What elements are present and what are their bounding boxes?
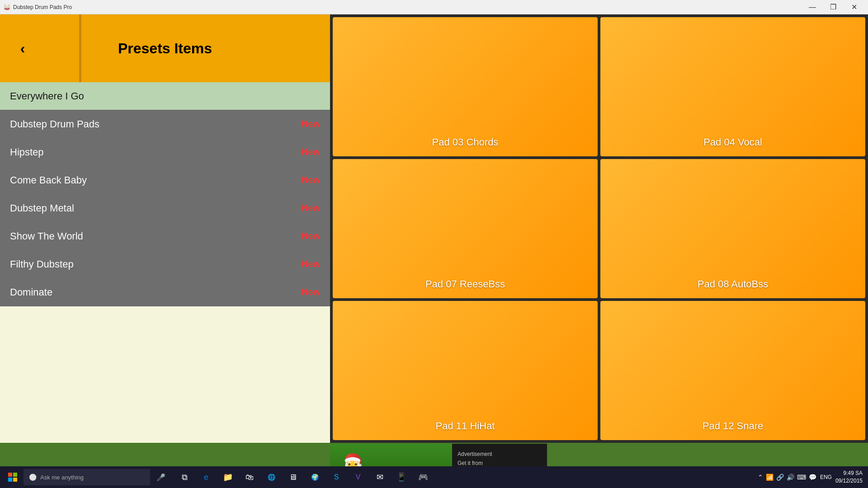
app-title: Dubstep Drum Pads Pro — [13, 4, 72, 10]
left-panel: ‹ Presets Items Everywhere I GoDubstep D… — [0, 14, 330, 443]
back-button[interactable]: ‹ — [9, 35, 36, 62]
app-icon: 🥁 — [4, 4, 10, 10]
minimize-button[interactable]: — — [802, 0, 823, 14]
chrome-icon[interactable]: 🌐 — [260, 466, 282, 488]
preset-item[interactable]: Dubstep MetalNew — [0, 194, 330, 222]
start-button[interactable] — [2, 466, 24, 488]
preset-item[interactable]: Everywhere I Go — [0, 82, 330, 110]
pad-label: Pad 07 ReeseBss — [425, 278, 505, 290]
monitor-icon[interactable]: 🖥 — [282, 466, 304, 488]
pad-label: Pad 11 HiHat — [436, 420, 495, 432]
store-icon[interactable]: 🛍 — [239, 466, 260, 488]
sys-icons: ⌃ 📶 🔗 🔊 ⌨ 💬 — [758, 474, 816, 481]
preset-name: Filthy Dubstep — [10, 258, 74, 270]
preset-item[interactable]: HipstepNew — [0, 138, 330, 166]
phone-icon[interactable]: 📱 — [391, 466, 412, 488]
preset-badge: New — [302, 119, 320, 129]
skype-icon[interactable]: S — [326, 466, 347, 488]
preset-list: Everywhere I GoDubstep Drum PadsNewHipst… — [0, 82, 330, 443]
preset-name: Come Back Baby — [10, 174, 87, 186]
preset-badge: New — [302, 175, 320, 185]
header-separator — [79, 14, 81, 82]
title-bar-controls: — ❐ ✕ — [802, 0, 864, 14]
pad-button[interactable]: Pad 04 Vocal — [600, 17, 865, 156]
presets-title: Presets Items — [0, 40, 330, 57]
taskbar-clock: 9:49 SA 09/12/2015 — [835, 469, 863, 485]
volume-icon[interactable]: 🔊 — [787, 474, 794, 481]
title-bar: 🥁 Dubstep Drum Pads Pro — ❐ ✕ — [0, 0, 868, 14]
taskbar-apps: ⧉ e 📁 🛍 🌐 🖥 🌍 S V ✉ 📱 🎮 — [174, 466, 434, 488]
preset-name: Dominate — [10, 286, 52, 298]
taskbar-right: ⌃ 📶 🔗 🔊 ⌨ 💬 ENG 9:49 SA 09/12/2015 — [758, 469, 866, 485]
preset-name: Dubstep Metal — [10, 202, 74, 214]
pad-button[interactable]: Pad 12 Snare — [600, 301, 865, 440]
pad-label: Pad 03 Chords — [432, 136, 499, 148]
preset-item[interactable]: Filthy DubstepNew — [0, 250, 330, 278]
search-box[interactable]: ⚪ Ask me anything — [24, 469, 150, 485]
mail-icon[interactable]: ✉ — [369, 466, 391, 488]
pads-grid: Pad 03 ChordsPad 04 VocalPad 07 ReeseBss… — [330, 14, 868, 443]
ad-label: Advertisement — [458, 451, 492, 457]
preset-badge: New — [302, 231, 320, 241]
preset-badge: New — [302, 287, 320, 297]
network-icon[interactable]: 🔗 — [776, 474, 784, 481]
clock-date: 09/12/2015 — [835, 477, 863, 485]
pad-button[interactable]: Pad 08 AutoBss — [600, 159, 865, 298]
preset-item[interactable]: DominateNew — [0, 278, 330, 306]
edge-icon[interactable]: e — [195, 466, 217, 488]
pad-button[interactable]: Pad 07 ReeseBss — [333, 159, 598, 298]
chevron-up-icon[interactable]: ⌃ — [758, 474, 763, 481]
header: ‹ Presets Items — [0, 14, 330, 82]
svg-rect-1 — [13, 473, 17, 477]
svg-rect-0 — [8, 473, 12, 477]
preset-name: Everywhere I Go — [10, 90, 84, 102]
close-button[interactable]: ✕ — [844, 0, 864, 14]
pad-label: Pad 08 AutoBss — [698, 278, 769, 290]
wifi-icon[interactable]: 📶 — [766, 474, 774, 481]
file-explorer-icon[interactable]: 📁 — [217, 466, 239, 488]
app-icon[interactable]: 🎮 — [412, 466, 434, 488]
taskbar-lang: ENG — [820, 474, 832, 480]
preset-item[interactable]: Dubstep Drum PadsNew — [0, 110, 330, 138]
title-bar-left: 🥁 Dubstep Drum Pads Pro — [4, 4, 72, 10]
vs-icon[interactable]: V — [347, 466, 369, 488]
keyboard-icon[interactable]: ⌨ — [797, 474, 806, 481]
preset-badge: New — [302, 147, 320, 157]
mic-button[interactable]: 🎤 — [150, 466, 172, 488]
preset-name: Show The World — [10, 230, 83, 242]
preset-name: Dubstep Drum Pads — [10, 118, 99, 130]
search-placeholder: Ask me anything — [40, 474, 84, 481]
app-container: ‹ Presets Items Everywhere I GoDubstep D… — [0, 14, 868, 488]
notification-icon[interactable]: 💬 — [809, 474, 816, 481]
taskbar: ⚪ Ask me anything 🎤 ⧉ e 📁 🛍 🌐 🖥 🌍 S V ✉ … — [0, 466, 868, 488]
preset-badge: New — [302, 203, 320, 213]
browser2-icon[interactable]: 🌍 — [304, 466, 326, 488]
pad-button[interactable]: Pad 11 HiHat — [333, 301, 598, 440]
pad-label: Pad 04 Vocal — [703, 136, 762, 148]
preset-item[interactable]: Show The WorldNew — [0, 222, 330, 250]
maximize-button[interactable]: ❐ — [823, 0, 844, 14]
main-area: ‹ Presets Items Everywhere I GoDubstep D… — [0, 14, 868, 443]
pad-button[interactable]: Pad 03 Chords — [333, 17, 598, 156]
svg-rect-3 — [13, 478, 17, 482]
search-icon: ⚪ — [29, 474, 37, 481]
preset-item[interactable]: Come Back BabyNew — [0, 166, 330, 194]
clock-time: 9:49 SA — [835, 469, 863, 477]
task-view-button[interactable]: ⧉ — [174, 466, 195, 488]
ad-get-text: Get it from — [458, 460, 483, 466]
preset-name: Hipstep — [10, 146, 44, 158]
preset-badge: New — [302, 259, 320, 269]
svg-rect-2 — [8, 478, 12, 482]
pad-label: Pad 12 Snare — [703, 420, 764, 432]
